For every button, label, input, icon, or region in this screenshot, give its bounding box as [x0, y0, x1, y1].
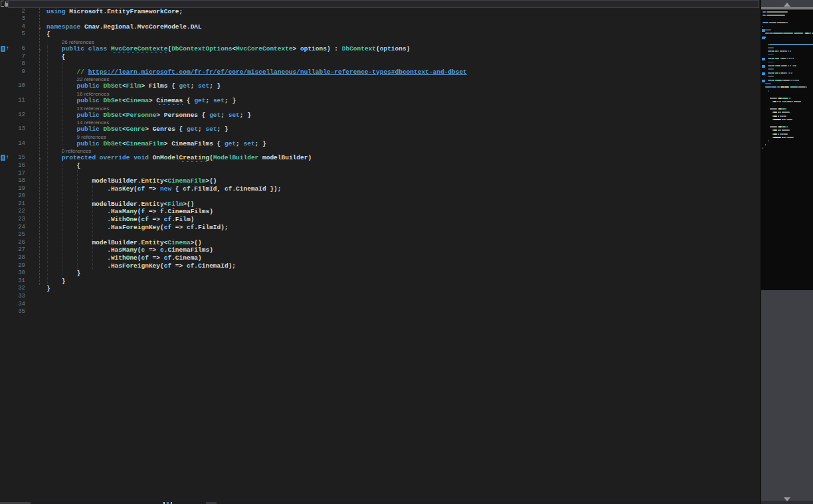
code-token: {: [167, 82, 179, 90]
fold-column: [33, 39, 46, 45]
minimap-line: [765, 86, 771, 88]
breakpoint-margin[interactable]: [0, 278, 9, 286]
breakpoint-margin[interactable]: [0, 90, 9, 97]
line-number: 19: [9, 185, 33, 193]
code-line: 13public DbSet<Genre> Genres { get; set;…: [0, 126, 760, 133]
breakpoint-margin[interactable]: [0, 293, 9, 301]
code-token: Regional: [104, 23, 134, 31]
breakpoint-margin[interactable]: ↑: [0, 45, 9, 53]
breakpoint-margin[interactable]: [0, 147, 9, 154]
breakpoint-margin[interactable]: [0, 31, 9, 39]
breakpoint-margin[interactable]: [0, 162, 9, 170]
breakpoint-margin[interactable]: [0, 193, 9, 201]
minimap-line: [770, 108, 777, 110]
breakpoint-margin[interactable]: [0, 97, 9, 105]
fold-column: [33, 147, 46, 154]
chevron-down-icon: ⌄: [38, 24, 43, 30]
code-token: Film: [167, 201, 183, 208]
breakpoint-margin[interactable]: [0, 216, 9, 224]
minimap-line: [782, 112, 790, 113]
breakpoint-margin[interactable]: [0, 105, 9, 112]
codelens-text[interactable]: 9 références: [46, 133, 760, 140]
breakpoint-margin[interactable]: [0, 285, 9, 293]
fold-column: [33, 193, 46, 201]
breakpoint-margin[interactable]: [0, 133, 9, 140]
breakpoint-margin[interactable]: [0, 301, 9, 309]
line-number: 35: [9, 308, 33, 316]
code-token: {: [175, 126, 187, 133]
horizontal-scrollbar[interactable]: [0, 501, 760, 504]
minimap-line: [790, 86, 798, 88]
line-number: 2: [9, 8, 33, 16]
code-token: using: [46, 8, 69, 15]
fold-chevron[interactable]: ⌄: [33, 154, 46, 162]
code-line: 7{: [0, 53, 760, 61]
minimap[interactable]: [761, 10, 813, 290]
minimap-line: [768, 140, 768, 141]
fold-chevron[interactable]: ⌄: [33, 23, 46, 31]
line-number: 4: [9, 23, 33, 31]
breakpoint-margin[interactable]: [0, 119, 9, 126]
scroll-down-button[interactable]: [761, 492, 813, 504]
minimap-line: [763, 22, 768, 23]
code-token: Cinemas: [156, 97, 183, 104]
codelens-text[interactable]: 22 références: [46, 76, 760, 82]
breakpoint-margin[interactable]: [0, 231, 9, 239]
breakpoint-margin[interactable]: [0, 8, 9, 16]
code-token: set: [213, 97, 225, 104]
minimap-line: [794, 33, 804, 34]
breakpoint-margin[interactable]: [0, 262, 9, 270]
code-token: set: [206, 126, 217, 133]
code-text: .WithOne(cf => cf.Cinema): [46, 254, 760, 262]
code-line: 2using Microsoft.EntityFrameworkCore;: [0, 8, 760, 16]
breakpoint-margin[interactable]: [0, 140, 9, 148]
fold-chevron[interactable]: ⌄: [33, 45, 46, 53]
scroll-up-button[interactable]: [761, 0, 813, 9]
breakpoint-margin[interactable]: [0, 270, 9, 278]
codelens-text[interactable]: 0 références: [46, 147, 760, 154]
breakpoint-margin[interactable]: [0, 185, 9, 193]
scroll-down-icon: [784, 497, 790, 501]
breakpoint-margin[interactable]: [0, 76, 9, 82]
breakpoint-margin[interactable]: [0, 170, 9, 178]
fold-column: [33, 133, 46, 140]
breakpoint-margin[interactable]: [0, 82, 9, 90]
breakpoint-margin[interactable]: [0, 53, 9, 61]
breakpoint-margin[interactable]: [0, 39, 9, 45]
breakpoint-margin[interactable]: [0, 254, 9, 262]
breakpoint-margin[interactable]: [0, 239, 9, 247]
breakpoint-margin[interactable]: [0, 177, 9, 185]
scrollbar-map-column[interactable]: [760, 0, 813, 504]
code-line: 27.HasMany(c => c.CinemaFilms): [0, 246, 760, 254]
code-text: [46, 301, 760, 309]
codelens-text[interactable]: 14 références: [46, 119, 760, 126]
minimap-line: [791, 72, 792, 74]
codelens-text[interactable]: 13 références: [46, 105, 760, 112]
breakpoint-margin[interactable]: [0, 224, 9, 232]
breakpoint-margin[interactable]: [0, 23, 9, 31]
fold-column: [33, 90, 46, 97]
breakpoint-margin[interactable]: [0, 112, 9, 120]
breakpoint-margin[interactable]: [0, 201, 9, 209]
code-line: 12public DbSet<Personne> Personnes { get…: [0, 112, 760, 120]
breakpoint-margin[interactable]: [0, 208, 9, 216]
minimap-line: [776, 58, 779, 59]
breakpoint-margin[interactable]: [0, 68, 9, 76]
minimap-line: [768, 65, 772, 66]
breakpoint-margin[interactable]: [0, 60, 9, 68]
breakpoint-margin[interactable]: [0, 126, 9, 133]
breakpoint-margin[interactable]: [0, 308, 9, 316]
breakpoint-margin[interactable]: [0, 246, 9, 254]
code-editor[interactable]: 1⌄using Cnav.Regional.MvcCoreModele.Mode…: [0, 0, 760, 501]
minimap-line: [780, 86, 784, 88]
code-line: 26modelBuilder.Entity<Cinema>(): [0, 239, 760, 247]
codelens-text[interactable]: 26 références: [46, 39, 760, 45]
minimap-line: [769, 44, 813, 45]
breakpoint-margin[interactable]: ↑: [0, 154, 9, 162]
minimap-line: [780, 50, 782, 52]
breakpoint-margin[interactable]: [0, 15, 9, 23]
minimap-line: [778, 50, 779, 52]
codelens-text[interactable]: 16 références: [46, 90, 760, 97]
minimap-line: [765, 144, 766, 145]
minimap-line: [768, 90, 768, 92]
